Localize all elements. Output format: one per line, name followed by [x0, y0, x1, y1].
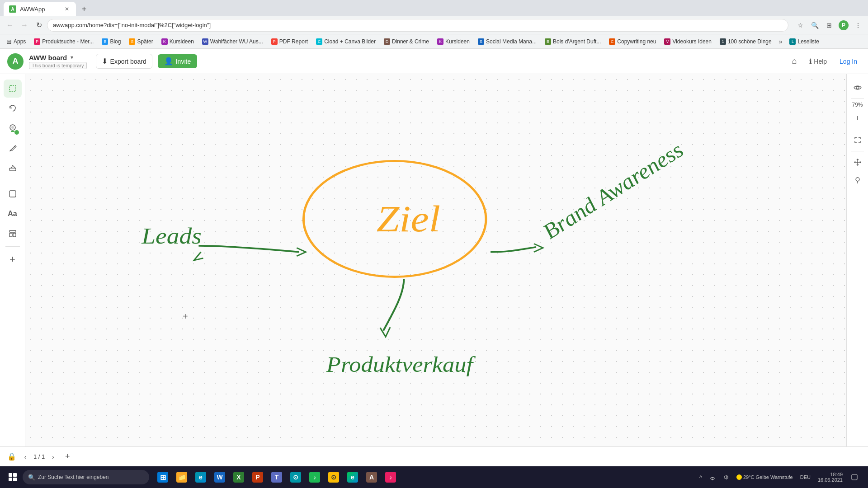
- notification-button[interactable]: [848, 471, 861, 483]
- pin-tool-button[interactable]: [849, 172, 866, 188]
- bookmark-videokurs[interactable]: V Videokurs Ideen: [661, 38, 714, 46]
- bookmark-favicon: W: [202, 38, 208, 45]
- edge2-button[interactable]: e: [344, 468, 362, 486]
- teams-button[interactable]: T: [268, 468, 286, 486]
- bookmark-bois[interactable]: B Bois d'Argent Duft...: [542, 38, 604, 46]
- chrome-button[interactable]: ⊙: [325, 468, 343, 486]
- edge-button[interactable]: e: [192, 468, 210, 486]
- powerpoint-button[interactable]: P: [249, 468, 267, 486]
- page-current: 1: [33, 453, 37, 460]
- bookmark-100dinge[interactable]: 1 100 schöne Dinge: [717, 38, 774, 46]
- bookmark-apps[interactable]: ⊞ Apps: [4, 37, 28, 46]
- svg-point-2: [11, 126, 14, 129]
- svg-rect-6: [9, 230, 16, 232]
- music-button[interactable]: ♪: [382, 468, 400, 486]
- extensions-button[interactable]: ⊞: [823, 19, 835, 32]
- back-button[interactable]: ←: [4, 19, 16, 32]
- eye-tool-button[interactable]: [849, 80, 866, 96]
- invite-button[interactable]: 👤 Invite: [158, 54, 197, 68]
- start-button[interactable]: [4, 468, 22, 486]
- windows-logo: [9, 473, 17, 481]
- weather-desc: Gelbe Warnstufe: [756, 474, 793, 480]
- bookmark-cload[interactable]: C Cload + Canva Bilder: [313, 38, 378, 46]
- template-tool-button[interactable]: [4, 225, 22, 243]
- bookmark-pdf[interactable]: P PDF Report: [269, 38, 311, 46]
- taskbar-search[interactable]: 🔍 Zur Suche Text hier eingeben: [23, 470, 149, 484]
- prev-page-button[interactable]: ‹: [20, 451, 31, 462]
- home-button[interactable]: ⌂: [788, 55, 800, 68]
- left-toolbar: Aa +: [0, 74, 25, 446]
- address-bar[interactable]: [47, 19, 788, 32]
- network-icon[interactable]: [708, 473, 717, 481]
- chrome-icon: ⊙: [328, 472, 339, 483]
- export-label: Export board: [110, 58, 146, 65]
- explorer-button[interactable]: 📁: [173, 468, 191, 486]
- excel-button[interactable]: X: [230, 468, 248, 486]
- bookmark-star-button[interactable]: ☆: [794, 19, 807, 32]
- more-button[interactable]: ⋮: [852, 19, 864, 32]
- weather-indicator[interactable]: 29°C Gelbe Warnstufe: [735, 474, 795, 481]
- bookmark-wahlfacher[interactable]: W Wahlfächer WU Aus...: [199, 38, 266, 46]
- board-dropdown-button[interactable]: ▾: [70, 53, 74, 61]
- taskview-icon: ⊞: [157, 472, 168, 483]
- bookmark-favicon: 1: [720, 38, 726, 45]
- fit-screen-button[interactable]: [849, 132, 866, 148]
- page-total: 1: [42, 453, 45, 460]
- person-icon: 👤: [164, 57, 173, 66]
- bookmark-social[interactable]: S Social Media Mana...: [475, 38, 539, 46]
- bookmark-spater[interactable]: S Später: [126, 38, 156, 46]
- forward-button[interactable]: →: [18, 19, 31, 32]
- new-tab-button[interactable]: +: [77, 2, 91, 16]
- music-icon: ♪: [385, 472, 396, 483]
- taskview-button[interactable]: ⊞: [154, 468, 172, 486]
- volume-icon[interactable]: [721, 473, 731, 481]
- move-canvas-button[interactable]: [849, 154, 866, 170]
- select-tool-button[interactable]: [4, 80, 22, 98]
- profile-button[interactable]: P: [837, 19, 850, 32]
- help-button[interactable]: ℹ Help: [806, 56, 830, 67]
- bookmark-favicon: B: [102, 38, 108, 45]
- zoom-button[interactable]: 🔍: [808, 19, 821, 32]
- spotify-button[interactable]: ♪: [306, 468, 324, 486]
- reload-button[interactable]: ↻: [33, 19, 45, 32]
- shape-tool-button[interactable]: [4, 185, 22, 203]
- toolbar-separator-1: [5, 181, 20, 181]
- edge2-icon: e: [347, 472, 358, 483]
- bookmark-leseliste[interactable]: L Leseliste: [787, 38, 821, 46]
- clock-button[interactable]: ⊙: [287, 468, 305, 486]
- language-label: DEU: [800, 474, 811, 480]
- export-board-button[interactable]: ⬇ Export board: [96, 54, 152, 69]
- pen-tool-button[interactable]: [4, 139, 22, 157]
- home-icon: ⌂: [792, 56, 797, 66]
- text-tool-button[interactable]: Aa: [4, 205, 22, 223]
- board-name: AWW board: [29, 54, 67, 61]
- language-indicator[interactable]: DEU: [798, 474, 812, 481]
- bookmark-dinner[interactable]: D Dinner & Crime: [381, 38, 432, 46]
- bookmark-favicon: K: [161, 38, 168, 45]
- bookmark-blog[interactable]: B Blog: [99, 38, 123, 46]
- bookmark-copywriting[interactable]: C Copywriting neu: [606, 38, 659, 46]
- search-icon: 🔍: [28, 474, 35, 481]
- app-brown-button[interactable]: A: [363, 468, 381, 486]
- undo-tool-button[interactable]: [4, 99, 22, 117]
- next-page-button[interactable]: ›: [47, 451, 58, 462]
- add-element-button[interactable]: +: [4, 250, 22, 268]
- add-page-button[interactable]: +: [62, 451, 73, 462]
- systray-expand[interactable]: ^: [698, 473, 704, 482]
- active-tab[interactable]: A AWWApp ✕: [4, 2, 76, 16]
- bookmarks-more[interactable]: »: [777, 38, 784, 45]
- powerpoint-icon: P: [252, 472, 263, 483]
- lock-button[interactable]: 🔒: [7, 452, 16, 461]
- word-button[interactable]: W: [211, 468, 229, 486]
- zoom-in-button[interactable]: [849, 110, 866, 126]
- tab-close-button[interactable]: ✕: [63, 5, 71, 13]
- bookmark-kursideen[interactable]: K Kursideen: [159, 38, 197, 46]
- right-separator-2: [851, 129, 864, 129]
- brush-color-button[interactable]: [4, 119, 22, 137]
- eraser-tool-button[interactable]: [4, 159, 22, 177]
- taskbar-clock[interactable]: 18:49 16.06.2021: [816, 471, 844, 483]
- bookmark-produktsuche[interactable]: P Produktsuche - Mer...: [31, 38, 96, 46]
- canvas-area[interactable]: Ziel Leads Brand Awareness: [25, 74, 846, 446]
- login-button[interactable]: Log In: [836, 56, 861, 67]
- bookmark-kursideen2[interactable]: K Kursideen: [434, 38, 472, 46]
